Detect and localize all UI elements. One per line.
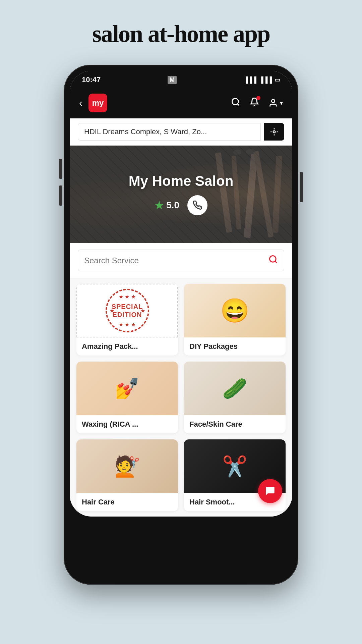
svg-point-1	[272, 100, 275, 103]
hero-rating: ★ 5.0	[155, 200, 179, 211]
status-time: 10:47	[82, 75, 101, 84]
service-card-diy[interactable]: DIY Packages	[184, 284, 286, 356]
app-logo: my	[88, 94, 107, 112]
signal-icon-2: ▐▐▐	[259, 76, 272, 84]
stamp-stars-right: ★	[140, 308, 145, 314]
service-image-diy	[184, 284, 286, 337]
stamp-text: SPECIALEDITION	[112, 303, 143, 319]
status-email-icon: M	[168, 76, 177, 84]
stamp-stars-top: ★ ★ ★	[119, 293, 136, 300]
hero-title: My Home Salon	[129, 173, 234, 189]
service-label-amazing: Amazing Pack...	[76, 337, 178, 356]
hero-meta: ★ 5.0	[155, 195, 207, 215]
notch	[154, 90, 208, 99]
header-icons: ▾	[231, 97, 283, 109]
hero-banner: My Home Salon ★ 5.0	[70, 146, 292, 243]
service-image-skin-care	[184, 362, 286, 415]
service-card-skin-care[interactable]: Face/Skin Care	[184, 362, 286, 433]
service-card-waxing[interactable]: Waxing (RICA ...	[76, 362, 178, 433]
svg-point-9	[233, 150, 241, 155]
volume-up-button	[59, 159, 62, 179]
page-wrapper: salon at-home app 10:47 M ▐▐▐ ▐▐▐ ▭ ‹ my	[0, 0, 362, 644]
search-section	[70, 243, 292, 278]
search-button[interactable]	[231, 97, 240, 109]
svg-point-11	[270, 256, 276, 262]
service-card-hair-care[interactable]: Hair Care	[76, 439, 178, 511]
back-button[interactable]: ‹	[79, 97, 82, 109]
service-label-skin-care: Face/Skin Care	[184, 415, 286, 433]
service-image-hair-care	[76, 439, 178, 493]
phone-frame: 10:47 M ▐▐▐ ▐▐▐ ▭ ‹ my	[64, 65, 298, 585]
service-image-waxing	[76, 362, 178, 415]
status-bar: 10:47 M ▐▐▐ ▐▐▐ ▭	[70, 71, 292, 88]
service-label-waxing: Waxing (RICA ...	[76, 415, 178, 433]
star-icon: ★	[155, 200, 164, 211]
status-icons: ▐▐▐ ▐▐▐ ▭	[243, 76, 280, 84]
phone-screen: 10:47 M ▐▐▐ ▐▐▐ ▭ ‹ my	[70, 71, 292, 517]
profile-dropdown-icon: ▾	[280, 99, 283, 107]
location-input[interactable]	[78, 123, 261, 141]
svg-point-2	[273, 131, 276, 133]
signal-icon: ▐▐▐	[243, 76, 256, 84]
location-bar	[70, 118, 292, 146]
svg-point-10	[246, 149, 255, 155]
chat-fab-button[interactable]	[258, 479, 282, 503]
stamp: ★ ★ ★ SPECIALEDITION ★ ★ ★ ★ ★	[106, 289, 149, 332]
service-label-hair-care: Hair Care	[76, 493, 178, 511]
power-button	[300, 172, 303, 202]
notification-button[interactable]	[250, 97, 259, 109]
location-target-button[interactable]	[264, 123, 284, 141]
search-service-input[interactable]	[84, 256, 264, 265]
volume-down-button	[59, 185, 62, 206]
stamp-stars-left: ★	[110, 308, 114, 314]
services-grid: ★ ★ ★ SPECIALEDITION ★ ★ ★ ★ ★ Amazing P…	[70, 278, 292, 517]
app-title: salon at-home app	[92, 20, 270, 48]
stamp-stars-bottom: ★ ★ ★	[119, 321, 136, 328]
svg-point-0	[232, 98, 239, 105]
battery-icon: ▭	[275, 76, 280, 84]
service-image-amazing: ★ ★ ★ SPECIALEDITION ★ ★ ★ ★ ★	[76, 284, 178, 337]
rating-value: 5.0	[166, 200, 179, 211]
search-service-icon[interactable]	[268, 255, 278, 266]
call-button[interactable]	[187, 195, 207, 215]
profile-button[interactable]: ▾	[268, 98, 283, 108]
service-label-diy: DIY Packages	[184, 337, 286, 356]
service-card-amazing-packages[interactable]: ★ ★ ★ SPECIALEDITION ★ ★ ★ ★ ★ Amazing P…	[76, 284, 178, 356]
notification-dot	[256, 96, 260, 100]
search-service-bar	[78, 250, 284, 271]
